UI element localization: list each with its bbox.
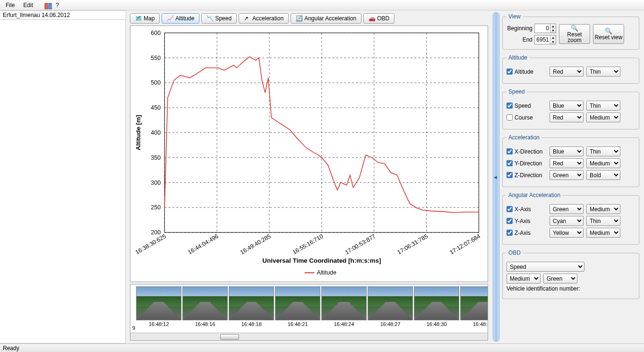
svg-text:550: 550 <box>151 54 161 61</box>
angular-label: Z-Axis <box>515 230 531 236</box>
altitude-checkbox[interactable] <box>507 69 513 75</box>
group-altitude-title: Altitude <box>507 54 529 61</box>
speed-checkbox[interactable] <box>507 103 513 109</box>
speed-color-select[interactable]: Red <box>550 112 584 122</box>
thumbnail-time: 16:48:24 <box>334 321 354 327</box>
speed-color-select[interactable]: Blue <box>550 101 584 111</box>
thumbnail-time: 16:48:27 <box>380 321 401 327</box>
angular-weight-select[interactable]: Medium <box>586 204 620 214</box>
svg-text:400: 400 <box>151 129 161 136</box>
menu-file[interactable]: File <box>2 1 18 9</box>
obd-metric-select[interactable]: Speed <box>507 262 584 272</box>
thumbnail-item[interactable]: 16:48:30 <box>414 286 459 331</box>
accel-label: X-Direction <box>515 148 542 155</box>
accel-weight-select[interactable]: Medium <box>586 158 620 168</box>
speed-checkbox-label[interactable]: Course <box>507 114 547 121</box>
tab-map[interactable]: 🗺️Map <box>130 13 160 24</box>
angular-checkbox[interactable] <box>507 206 513 212</box>
thumbnail-item[interactable]: 16:48:27 <box>368 286 413 331</box>
spin-up[interactable]: ▲ <box>550 35 556 40</box>
tab-angular-acceleration[interactable]: 🔄Angular Acceleration <box>291 13 361 24</box>
speed-weight-select[interactable]: Medium <box>586 112 620 122</box>
speed-checkbox[interactable] <box>507 114 513 120</box>
speed-checkbox-label[interactable]: Speed <box>507 103 547 109</box>
reset-zoom-button[interactable]: 🔍 Reset zoom <box>559 24 590 44</box>
angular-color-select[interactable]: Yellow <box>550 228 584 238</box>
spin-down[interactable]: ▼ <box>550 28 556 33</box>
end-value[interactable] <box>535 35 550 44</box>
tab-speed[interactable]: 📉Speed <box>201 13 237 24</box>
angular-checkbox[interactable] <box>507 218 513 224</box>
end-input[interactable]: ▲▼ <box>534 35 556 44</box>
altitude-weight-select[interactable]: Thin <box>586 67 620 77</box>
speed-weight-select[interactable]: Thin <box>586 101 620 111</box>
accel-color-select[interactable]: Green <box>550 170 584 180</box>
angular-checkbox-label[interactable]: X-Axis <box>507 206 547 213</box>
altitude-color-select[interactable]: Red <box>550 67 584 77</box>
thumbnail-scrollbar[interactable] <box>130 333 488 340</box>
angular-icon: 🔄 <box>296 15 302 22</box>
spin-down[interactable]: ▼ <box>550 40 556 44</box>
thumbnail-time: 16:48:12 <box>149 321 169 327</box>
svg-text:17:12:07:684: 17:12:07:684 <box>448 233 481 256</box>
accel-checkbox[interactable] <box>507 172 513 178</box>
right-collapse-handle[interactable] <box>493 12 499 342</box>
thumbnail-item[interactable]: 16:48:18 <box>229 286 274 331</box>
tab-acceleration[interactable]: ↗Acceleration <box>239 13 289 24</box>
svg-text:16:55:16:710: 16:55:16:710 <box>292 233 325 256</box>
altitude-checkbox-label[interactable]: Altitude <box>507 69 547 75</box>
svg-text:17:06:31:785: 17:06:31:785 <box>396 233 429 256</box>
thumbnail-item[interactable]: 16:48:16 <box>182 286 228 331</box>
beginning-input[interactable]: ▲▼ <box>534 24 556 33</box>
angular-checkbox[interactable] <box>507 230 513 236</box>
statusbar: Ready <box>0 343 644 352</box>
spin-up[interactable]: ▲ <box>550 24 556 28</box>
menu-help[interactable]: ? <box>52 1 63 9</box>
vin-label: Vehicle identification number: <box>507 285 580 292</box>
beginning-value[interactable] <box>535 24 550 33</box>
thumbnail-item[interactable]: 16:48:33 <box>460 286 488 331</box>
accel-weight-select[interactable]: Bold <box>586 170 620 180</box>
accel-color-select[interactable]: Blue <box>550 146 584 156</box>
thumbnail-image <box>182 286 228 320</box>
accel-checkbox-label[interactable]: X-Direction <box>507 148 547 155</box>
obd-weight-select[interactable]: Medium <box>507 274 541 283</box>
scrollbar-thumb[interactable] <box>220 334 239 340</box>
accel-checkbox[interactable] <box>507 160 513 166</box>
altitude-row: AltitudeRedThin <box>507 67 635 77</box>
beginning-label: Beginning <box>507 25 532 32</box>
accel-weight-select[interactable]: Thin <box>586 146 620 156</box>
thumbnail-time: 16:48:33 <box>473 321 488 327</box>
accel-color-select[interactable]: Red <box>550 158 584 168</box>
altitude-chart[interactable]: 20025030035040045050055060016:38:30:6251… <box>130 26 488 282</box>
thumbnail-image <box>368 286 413 320</box>
reset-view-button[interactable]: 🔍 Reset view <box>593 24 624 44</box>
angular-checkbox-label[interactable]: Z-Axis <box>507 230 547 236</box>
accel-checkbox[interactable] <box>507 148 513 155</box>
tab-obd[interactable]: 🚗OBD <box>363 13 395 24</box>
obd-color-select[interactable]: Green <box>543 274 577 283</box>
speed-label: Speed <box>515 103 531 109</box>
angular-weight-select[interactable]: Medium <box>586 228 620 238</box>
tab-label: Speed <box>215 15 232 22</box>
thumb-first-label: 9 <box>132 325 135 331</box>
thumbnail-item[interactable]: 16:48:12 <box>136 286 181 331</box>
svg-text:17:00:53:877: 17:00:53:877 <box>344 233 377 256</box>
angular-color-select[interactable]: Cyan <box>550 216 584 226</box>
zoom-icon: 🔍 <box>605 28 612 34</box>
angular-weight-select[interactable]: Thin <box>586 216 620 226</box>
angular-checkbox-label[interactable]: Y-Axis <box>507 218 547 224</box>
thumbnail-item[interactable]: 16:48:21 <box>275 286 320 331</box>
accel-row: Z-DirectionGreenBold <box>507 170 635 180</box>
accel-checkbox-label[interactable]: Z-Direction <box>507 172 547 179</box>
app-icon[interactable] <box>41 1 48 9</box>
tab-altitude[interactable]: 📈Altitude <box>162 13 199 24</box>
angular-color-select[interactable]: Green <box>550 204 584 214</box>
thumbnail-item[interactable]: 16:48:24 <box>321 286 367 331</box>
thumbnail-image <box>321 286 367 320</box>
group-view: View Beginning ▲▼ End ▲▼ <box>502 13 639 50</box>
svg-text:16:38:30:625: 16:38:30:625 <box>134 233 167 256</box>
accel-label: Y-Direction <box>515 160 542 167</box>
menu-edit[interactable]: Edit <box>19 1 37 9</box>
accel-checkbox-label[interactable]: Y-Direction <box>507 160 547 167</box>
